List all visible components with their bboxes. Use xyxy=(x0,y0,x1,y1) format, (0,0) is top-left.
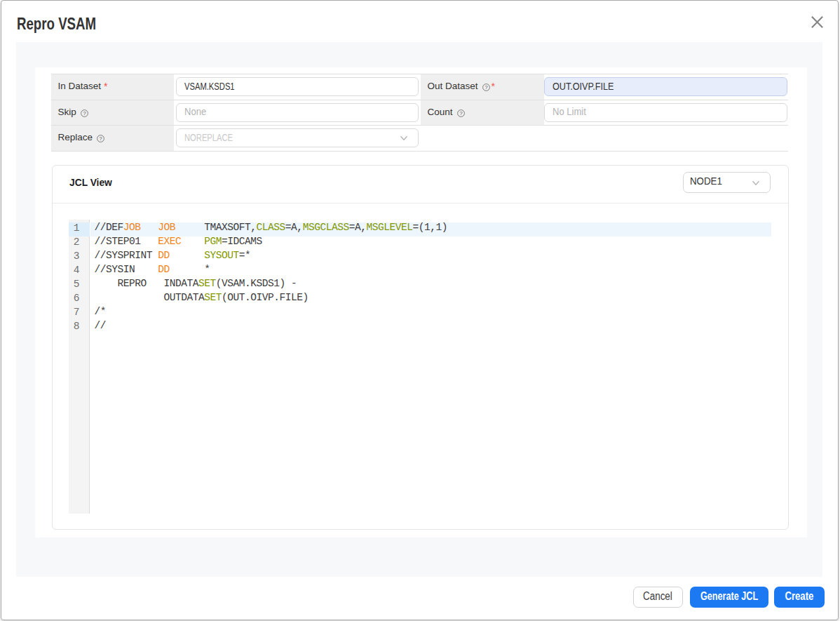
svg-text:?: ? xyxy=(459,110,462,116)
svg-text:?: ? xyxy=(485,84,487,91)
svg-text:?: ? xyxy=(83,110,86,116)
svg-text:?: ? xyxy=(99,135,102,142)
